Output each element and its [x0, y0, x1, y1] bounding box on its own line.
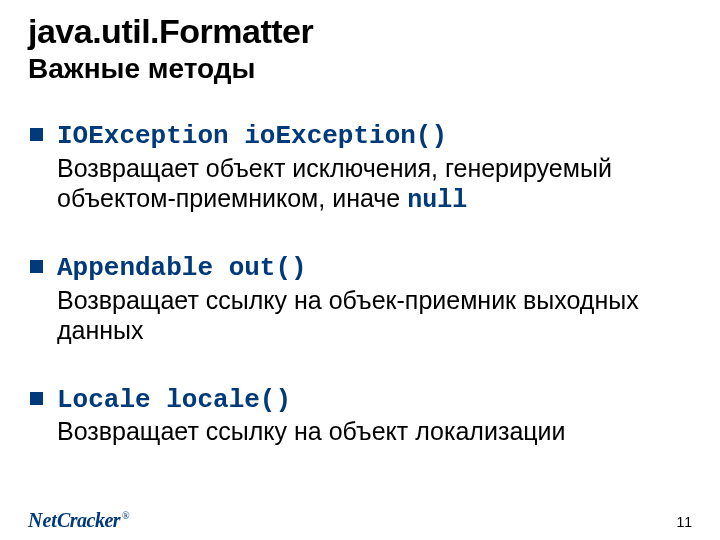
inline-code: null [407, 186, 467, 215]
content-list: IOException ioException() Возвращает объ… [28, 119, 692, 450]
logo-part-net: Net [28, 509, 57, 531]
method-signature: IOException ioException() [57, 121, 447, 151]
method-description: Возвращает ссылку на объект локализации [57, 416, 566, 450]
logo-registered-icon: ® [122, 510, 130, 521]
logo: NetCracker® [28, 510, 130, 530]
method-description: Возвращает объект исключения, генерируем… [57, 153, 692, 217]
footer: NetCracker® 11 [0, 504, 720, 540]
list-item: IOException ioException() Возвращает объ… [30, 119, 692, 217]
bullet-icon [30, 260, 43, 273]
method-signature: Locale locale() [57, 385, 291, 415]
desc-text: Возвращает ссылку на объект локализации [57, 417, 566, 445]
slide-title: java.util.Formatter [28, 12, 692, 51]
page-number: 11 [676, 514, 692, 530]
list-item: Appendable out() Возвращает ссылку на об… [30, 251, 692, 349]
method-signature: Appendable out() [57, 253, 307, 283]
logo-part-cracker: Cracker [57, 509, 120, 531]
method-description: Возвращает ссылку на объек-приемник выхо… [57, 285, 692, 349]
slide: java.util.Formatter Важные методы IOExce… [0, 0, 720, 540]
bullet-icon [30, 392, 43, 405]
slide-subtitle: Важные методы [28, 53, 692, 85]
bullet-icon [30, 128, 43, 141]
list-item: Locale locale() Возвращает ссылку на объ… [30, 383, 692, 450]
desc-text: Возвращает объект исключения, генерируем… [57, 154, 612, 213]
desc-text: Возвращает ссылку на объек-приемник выхо… [57, 286, 639, 345]
